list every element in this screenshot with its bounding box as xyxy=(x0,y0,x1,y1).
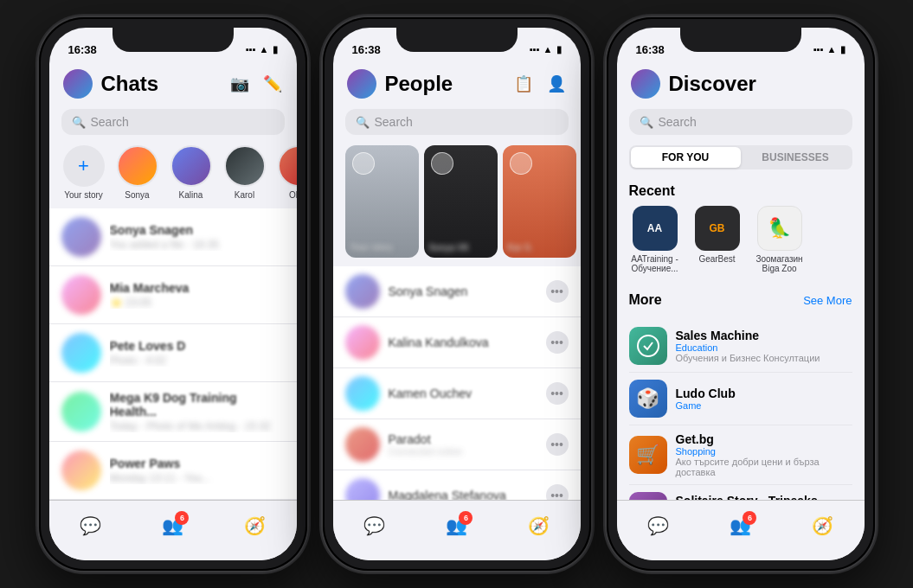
phones-container: 16:38 ▪▪▪ ▲ ▮ Chats 📷 ✏️ 🔍 Search xyxy=(22,0,892,588)
people-item-3[interactable]: Kamen Ouchev ••• xyxy=(333,368,581,419)
discover-tab-businesses[interactable]: BUSINESSES xyxy=(741,147,851,168)
search-icon: 🔍 xyxy=(72,116,86,129)
people-story-avatar-2 xyxy=(510,152,532,175)
story-4[interactable]: Oleg xyxy=(276,145,297,200)
add-story-avatar: + xyxy=(63,145,105,187)
people-search-text: Search xyxy=(375,115,413,129)
people-story-2[interactable]: Kar S. xyxy=(503,145,576,258)
people-action-3[interactable]: ••• xyxy=(546,382,569,405)
wifi-icon: ▲ xyxy=(260,44,269,54)
recent-icon-1: AA xyxy=(633,206,678,251)
more-item-2[interactable]: 🎲 Ludo Club Game xyxy=(629,373,852,425)
people-search-bar[interactable]: 🔍 Search xyxy=(345,109,569,135)
people-tab-badge-3: 6 xyxy=(743,511,756,525)
recent-item-3[interactable]: 🦜 Зоомагазин Biga Zoo xyxy=(754,206,806,273)
tab-discover-3[interactable]: 🧭 xyxy=(812,514,834,537)
story-3[interactable]: Karol xyxy=(222,145,267,200)
signal-icon-2: ▪▪▪ xyxy=(530,44,540,54)
people-story-label-1: Sonya VK xyxy=(429,243,492,252)
chat-info-1: Sonya Snagen You added a file - 16:35 xyxy=(110,223,285,251)
people-name-5: Magdalena Stefanova xyxy=(389,489,546,500)
people-avatar-1 xyxy=(345,274,380,309)
more-info-1: Sales Machine Education Обучения и Бизне… xyxy=(676,329,852,363)
people-item-2[interactable]: Kalina Kandulkova ••• xyxy=(333,317,581,368)
user-avatar-2[interactable] xyxy=(347,69,376,99)
recent-section-title: Recent xyxy=(629,183,852,199)
user-avatar[interactable] xyxy=(63,69,93,99)
battery-icon: ▮ xyxy=(273,44,278,55)
people-item-5[interactable]: Magdalena Stefanova ••• xyxy=(333,470,581,500)
chat-item-1[interactable]: Sonya Snagen You added a file - 16:35 xyxy=(49,208,297,266)
people-action-2[interactable]: ••• xyxy=(546,331,569,354)
chat-name-2: Mia Marcheva xyxy=(110,281,285,295)
people-name-4: Paradot Connected online xyxy=(389,432,546,457)
tab-people[interactable]: 👥 6 xyxy=(161,514,183,537)
people-story-0[interactable]: Your story xyxy=(345,145,419,258)
chats-tab-icon-2: 💬 xyxy=(363,514,385,537)
people-tab-badge-2: 6 xyxy=(459,511,473,525)
chats-tab-icon-3: 💬 xyxy=(646,514,669,537)
story-1[interactable]: Sonya xyxy=(115,145,160,200)
people-item-1[interactable]: Sonya Snagen ••• xyxy=(333,266,581,317)
recent-item-1[interactable]: AA AATraining - Обучение... xyxy=(629,206,681,273)
chat-msg-1: You added a file - 16:35 xyxy=(110,239,285,251)
story-2[interactable]: Kalina xyxy=(169,145,214,200)
story-add[interactable]: + Your story xyxy=(61,145,106,200)
tab-people-2[interactable]: 👥 6 xyxy=(445,514,467,537)
tab-chats[interactable]: 💬 xyxy=(79,514,101,537)
compose-icon[interactable]: ✏️ xyxy=(262,74,283,94)
story-avatar-2 xyxy=(170,145,212,187)
people-nav-header: People 📋 👤 xyxy=(333,66,581,105)
phone-people: 16:38 ▪▪▪ ▲ ▮ People 📋 👤 🔍 Search xyxy=(323,17,591,571)
discover-search-bar[interactable]: 🔍 Search xyxy=(629,109,852,135)
chat-item-3[interactable]: Pete Loves D Photo - 4:02 xyxy=(49,324,297,382)
people-avatar-4 xyxy=(345,427,380,462)
tab-discover[interactable]: 🧭 xyxy=(244,514,267,537)
discover-tab-bar: 💬 👥 6 🧭 xyxy=(617,500,865,560)
people-story-avatar-1 xyxy=(431,152,453,175)
recent-label-2: GearBest xyxy=(698,254,735,264)
tab-chats-3[interactable]: 💬 xyxy=(646,514,669,537)
signal-icon: ▪▪▪ xyxy=(246,44,256,54)
people-action-5[interactable]: ••• xyxy=(546,484,569,500)
discover-search-text: Search xyxy=(659,115,697,129)
phone-discover: 16:38 ▪▪▪ ▲ ▮ Discover 🔍 Search FOR YOU … xyxy=(607,17,875,571)
tab-people-3[interactable]: 👥 6 xyxy=(729,514,751,537)
add-person-icon[interactable]: 👤 xyxy=(546,74,567,94)
user-avatar-3[interactable] xyxy=(631,69,660,99)
notch xyxy=(113,28,234,52)
people-item-4[interactable]: Paradot Connected online ••• xyxy=(333,419,581,470)
status-time: 16:38 xyxy=(68,43,97,56)
camera-icon[interactable]: 📷 xyxy=(229,74,250,94)
notch-2 xyxy=(396,28,518,52)
story-label-3: Karol xyxy=(222,190,267,200)
chat-item-2[interactable]: Mia Marcheva ⭐ 23:05 xyxy=(49,266,297,324)
chat-avatar-2 xyxy=(61,275,101,315)
people-action-4[interactable]: ••• xyxy=(546,433,569,456)
chat-info-2: Mia Marcheva ⭐ 23:05 xyxy=(110,281,285,309)
story-label-4: Oleg xyxy=(276,190,297,200)
chats-nav-header: Chats 📷 ✏️ xyxy=(49,66,297,105)
chats-search-bar[interactable]: 🔍 Search xyxy=(61,109,285,135)
chat-item-4[interactable]: Mega K9 Dog Training Health... Today - P… xyxy=(49,382,297,442)
more-info-3: Get.bg Shopping Ако търсите добри цени и… xyxy=(676,432,852,477)
more-item-4[interactable]: 🃏 Solitaire Story - Tripeaks Game Play S… xyxy=(629,485,852,500)
tab-chats-2[interactable]: 💬 xyxy=(363,514,385,537)
more-item-3[interactable]: 🛒 Get.bg Shopping Ако търсите добри цени… xyxy=(629,425,852,485)
discover-title: Discover xyxy=(669,72,851,96)
people-story-label-2: Kar S. xyxy=(508,243,571,252)
contacts-icon[interactable]: 📋 xyxy=(513,74,534,94)
recent-item-2[interactable]: GB GearBest xyxy=(695,206,740,273)
chat-item-5[interactable]: Power Paws Monday 13:11 - You... xyxy=(49,442,297,500)
people-action-1[interactable]: ••• xyxy=(546,280,569,303)
more-item-1[interactable]: Sales Machine Education Обучения и Бизне… xyxy=(629,320,852,373)
more-name-1: Sales Machine xyxy=(676,329,852,342)
more-desc-3: Ако търсите добри цени и бърза доставка xyxy=(676,457,852,477)
see-more-button[interactable]: See More xyxy=(803,294,852,307)
more-name-3: Get.bg xyxy=(676,432,852,446)
tab-discover-2[interactable]: 🧭 xyxy=(528,514,550,537)
people-story-1[interactable]: Sonya VK xyxy=(424,145,498,258)
story-avatar-3 xyxy=(224,145,266,187)
discover-tab-for-you[interactable]: FOR YOU xyxy=(631,147,741,168)
chat-info-5: Power Paws Monday 13:11 - You... xyxy=(110,457,285,484)
